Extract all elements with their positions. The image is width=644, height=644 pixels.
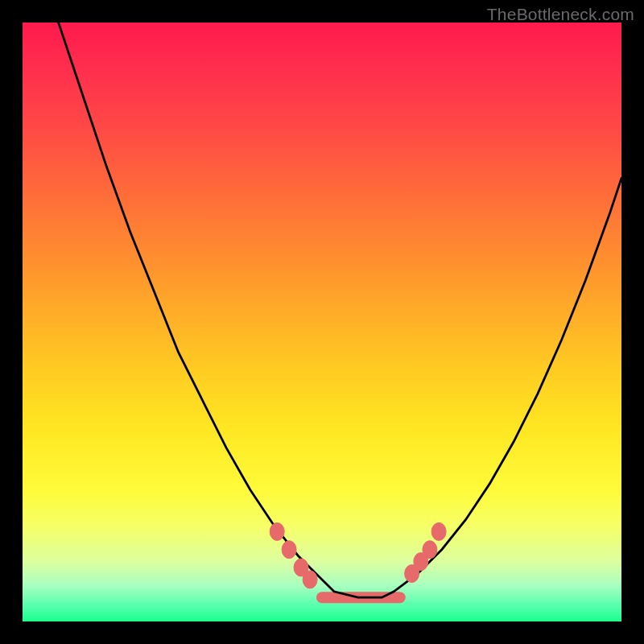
curve-marker <box>431 522 446 540</box>
watermark-text: TheBottleneck.com <box>487 5 634 24</box>
chart-frame: TheBottleneck.com <box>0 0 644 644</box>
curve-marker <box>303 571 317 588</box>
plot-area <box>23 23 621 621</box>
bottleneck-curve <box>59 23 621 597</box>
curve-marker <box>270 522 284 540</box>
curve-marker <box>282 541 296 559</box>
curve-marker <box>423 541 437 559</box>
chart-svg <box>23 23 621 621</box>
curve-markers <box>270 522 446 588</box>
